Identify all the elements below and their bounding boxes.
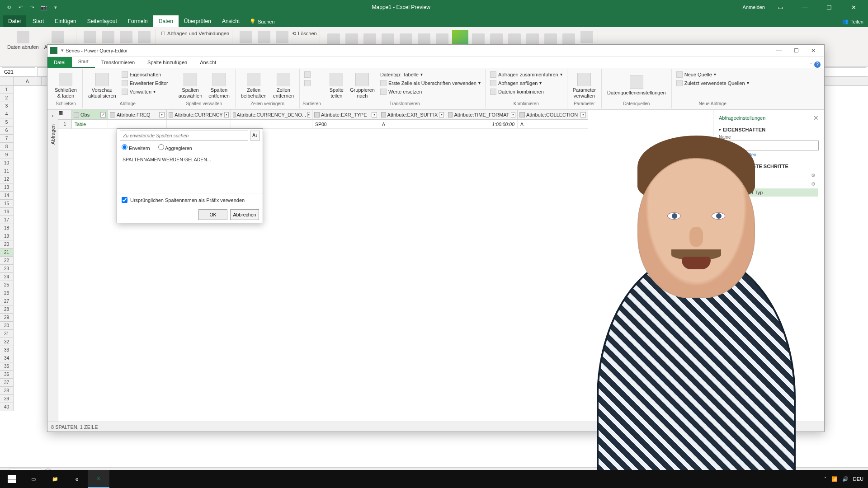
row-header[interactable]: 2 [0,94,14,102]
cell-freq[interactable] [108,120,167,129]
query-name-input[interactable] [719,141,819,150]
search-columns-input[interactable] [120,131,248,141]
collapse-icon[interactable]: ▾ [719,127,721,132]
row-header[interactable]: 31 [0,330,14,338]
replace-values-button[interactable]: Werte ersetzen [378,87,482,96]
expand-queries-icon[interactable]: › [52,113,54,119]
applied-step[interactable]: ✕Geänderter Typ [719,188,818,197]
applied-step[interactable]: Navigation⚙ [719,180,818,188]
row-header[interactable]: 26 [0,289,14,297]
share-button[interactable]: 👥Teilen [838,16,868,27]
row-header[interactable]: 5 [0,118,14,127]
remove-columns-button[interactable]: Spalten entfernen [206,70,232,101]
all-properties-link[interactable]: Alle Eigenschaften [719,152,819,157]
merge-queries-button[interactable]: Abfragen zusammenführen ▾ [488,70,564,79]
row-header[interactable]: 16 [0,208,14,216]
pq-column-header[interactable]: Attribute:EXR_SUFFIX▾ [379,110,446,120]
filter-dropdown-icon[interactable]: ▾ [372,112,377,117]
row-header[interactable]: 24 [0,273,14,281]
row-header[interactable]: 22 [0,257,14,265]
help-icon[interactable]: ? [814,61,821,68]
row-header[interactable]: 4 [0,110,14,118]
expand-column-icon[interactable]: ⤢ [100,112,106,117]
pq-maximize-icon[interactable]: ☐ [788,45,804,56]
row-header[interactable]: 7 [0,135,14,143]
clear-filter[interactable]: ⟲Löschen [292,30,317,37]
volume-icon[interactable]: 🔊 [842,476,849,482]
row-header[interactable]: 21 [0,249,14,257]
manage-button[interactable]: Verwalten ▾ [120,87,170,96]
language-icon[interactable]: DEU [853,476,863,482]
pq-column-header[interactable]: Attribute:CURRENCY▾ [167,110,231,120]
cell-currency-deno[interactable] [231,120,312,129]
col-header[interactable]: A [14,77,42,85]
row-header[interactable]: 25 [0,281,14,289]
pq-minimize-icon[interactable]: — [771,45,787,56]
excel-taskbar-button[interactable]: X [88,470,109,488]
row-header[interactable]: 33 [0,346,14,354]
row-header[interactable]: 23 [0,265,14,273]
row-header[interactable]: 20 [0,240,14,249]
row-header[interactable]: 32 [0,338,14,346]
expand-radio[interactable]: Erweitern [122,144,150,151]
pq-tab-addcol[interactable]: Spalte hinzufügen [141,57,193,68]
filter-dropdown-icon[interactable]: ▾ [307,112,310,117]
row-header[interactable]: 35 [0,362,14,371]
undo-icon[interactable]: ↶ [16,3,24,11]
redo-icon[interactable]: ↷ [28,3,36,11]
queries-pane-collapsed[interactable]: › Abfragen [47,110,58,422]
advanced-editor-button[interactable]: Erweiterter Editor [120,79,170,87]
split-column-button[interactable]: Spalte teilen [327,70,346,101]
cell-time-format[interactable]: 1:00:00:00 [446,120,518,129]
filter-dropdown-icon[interactable]: ▾ [439,112,444,117]
aggregate-radio[interactable]: Aggregieren [158,144,192,151]
tab-view[interactable]: Ansicht [217,15,245,27]
row-header[interactable]: 11 [0,167,14,175]
first-row-headers-button[interactable]: Erste Zeile als Überschriften verwenden … [378,79,482,87]
row-number[interactable]: 1 [58,120,72,129]
filter-dropdown-icon[interactable]: ▾ [224,112,229,117]
filter-dropdown-icon[interactable]: ▾ [580,112,586,117]
pq-close-icon[interactable]: ✕ [805,45,821,56]
tab-layout[interactable]: Seitenlayout [82,15,123,27]
tab-insert[interactable]: Einfügen [49,15,81,27]
collapse-ribbon-icon[interactable]: ˄ [810,62,812,67]
pq-tab-view[interactable]: Ansicht [193,57,222,68]
new-source-button[interactable]: Neue Quelle ▾ [675,70,751,79]
row-header[interactable]: 39 [0,395,14,403]
maximize-icon[interactable]: ☐ [820,4,838,11]
recent-sources-button[interactable]: Zuletzt verwendete Quellen ▾ [675,79,751,87]
gear-icon[interactable]: ⚙ [811,173,816,178]
pq-column-header[interactable]: Attribute:FREQ▾ [108,110,167,120]
get-data-button[interactable]: Daten abrufen [5,30,41,51]
qat-dd-icon[interactable]: ▾ [61,47,64,53]
row-header[interactable]: 13 [0,183,14,192]
sort-asc-button[interactable] [302,70,312,79]
data-source-settings-button[interactable]: Datenquelleneinstellungen [604,70,669,101]
row-index-header[interactable]: ▦ [58,110,72,120]
minimize-icon[interactable]: — [796,4,814,11]
ok-button[interactable]: OK [198,209,227,220]
tab-start[interactable]: Start [27,15,49,27]
row-header[interactable]: 36 [0,371,14,379]
row-header[interactable]: 14 [0,192,14,200]
cell-obs[interactable]: Table [72,120,108,129]
row-header[interactable]: 15 [0,200,14,208]
pq-tab-file[interactable]: Datei [47,57,72,68]
pq-column-header[interactable]: Attribute:CURRENCY_DENO...▾ [231,110,312,120]
autosave-icon[interactable]: ⟲ [5,3,13,11]
close-settings-icon[interactable]: ✕ [813,114,819,122]
queries-connections-check[interactable]: ☐Abfragen und Verbindungen [161,30,229,37]
pq-column-header[interactable]: Attribute:EXR_TYPE▾ [312,110,379,120]
start-button[interactable] [1,470,23,488]
cancel-button[interactable]: Abbrechen [230,209,259,220]
sort-columns-button[interactable]: A↓ [250,131,260,141]
select-all-triangle[interactable] [0,77,14,86]
delete-step-icon[interactable]: ✕ [722,190,726,195]
close-load-button[interactable]: Schließen & laden [52,70,80,101]
row-header[interactable]: 3 [0,102,14,110]
row-header[interactable]: 28 [0,305,14,314]
sort-icon[interactable] [238,30,254,45]
edge-button[interactable]: e [66,470,88,488]
refresh-preview-button[interactable]: Vorschau aktualisieren [85,70,119,101]
